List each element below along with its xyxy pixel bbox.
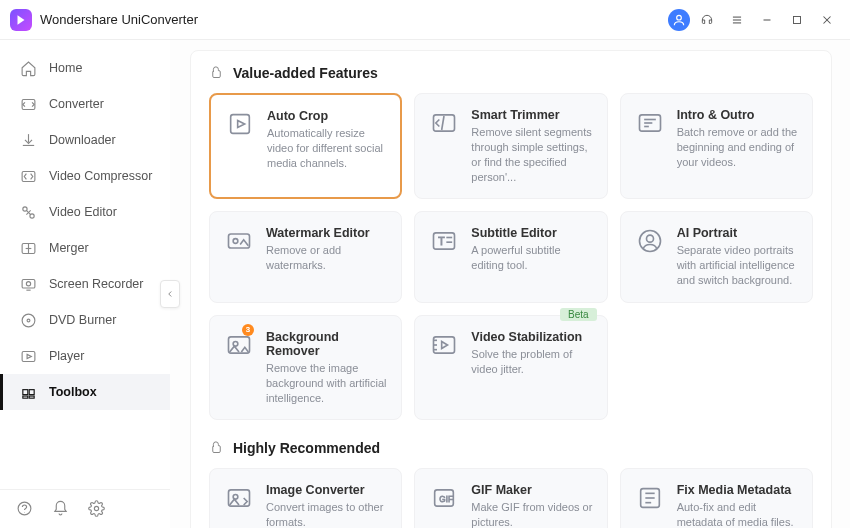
sidebar-item-label: Video Editor: [49, 205, 117, 219]
app-title: Wondershare UniConverter: [40, 12, 198, 27]
editor-icon: [19, 203, 37, 221]
sidebar-item-player[interactable]: Player: [0, 338, 170, 374]
close-button[interactable]: [814, 7, 840, 33]
feature-icon: [635, 483, 665, 513]
home-icon: [19, 59, 37, 77]
feature-card-smart-trimmer[interactable]: Smart TrimmerRemove silent segments thro…: [414, 93, 607, 199]
settings-icon[interactable]: [88, 500, 106, 518]
feature-card-fix-media-metadata[interactable]: Fix Media MetadataAuto-fix and edit meta…: [620, 468, 813, 528]
player-icon: [19, 347, 37, 365]
section-title: Value-added Features: [233, 65, 378, 81]
feature-title: Intro & Outro: [677, 108, 798, 122]
svg-rect-27: [29, 396, 34, 398]
recorder-icon: [19, 275, 37, 293]
feature-description: Remove silent segments through simple se…: [471, 125, 592, 184]
svg-point-0: [677, 15, 682, 20]
compressor-icon: [19, 167, 37, 185]
feature-icon: [635, 108, 665, 138]
svg-text:GIF: GIF: [440, 495, 454, 504]
svg-point-20: [22, 314, 35, 327]
feature-card-intro-outro[interactable]: Intro & OutroBatch remove or add the beg…: [620, 93, 813, 199]
section-title: Highly Recommended: [233, 440, 380, 456]
feature-card-subtitle-editor[interactable]: TSubtitle EditorA powerful subtitle edit…: [414, 211, 607, 303]
feedback-icon[interactable]: [16, 500, 34, 518]
feature-description: Make GIF from videos or pictures.: [471, 500, 592, 528]
converter-icon: [19, 95, 37, 113]
sidebar-item-screen-recorder[interactable]: Screen Recorder: [0, 266, 170, 302]
notification-badge: 3: [242, 324, 254, 336]
svg-point-28: [18, 502, 31, 515]
svg-rect-39: [229, 234, 250, 248]
sidebar-item-video-editor[interactable]: Video Editor: [0, 194, 170, 230]
title-bar: Wondershare UniConverter: [0, 0, 850, 40]
feature-card-background-remover[interactable]: Background RemoverRemove the image backg…: [209, 315, 402, 421]
feature-description: Remove the image background with artific…: [266, 361, 387, 406]
feature-card-ai-portrait[interactable]: AI PortraitSeparate video portraits with…: [620, 211, 813, 303]
sidebar-item-label: Screen Recorder: [49, 277, 144, 291]
notifications-icon[interactable]: [52, 500, 70, 518]
feature-title: Subtitle Editor: [471, 226, 592, 240]
downloader-icon: [19, 131, 37, 149]
app-logo: [10, 9, 32, 31]
sidebar-item-downloader[interactable]: Downloader: [0, 122, 170, 158]
feature-icon: [429, 330, 459, 360]
feature-title: Auto Crop: [267, 109, 386, 123]
sidebar-item-converter[interactable]: Converter: [0, 86, 170, 122]
sidebar-collapse-handle[interactable]: [160, 280, 180, 308]
svg-rect-25: [29, 389, 34, 394]
svg-text:T: T: [438, 235, 445, 247]
section-header: Highly Recommended: [209, 440, 813, 456]
thumb-icon: [209, 440, 225, 456]
support-button[interactable]: [694, 7, 720, 33]
svg-marker-32: [238, 121, 245, 128]
svg-line-34: [442, 116, 444, 130]
feature-card-video-stabilization[interactable]: Video StabilizationSolve the problem of …: [414, 315, 607, 421]
feature-description: Convert images to other formats.: [266, 500, 387, 528]
sidebar-item-dvd-burner[interactable]: DVD Burner: [0, 302, 170, 338]
feature-description: Separate video portraits with artificial…: [677, 243, 798, 288]
feature-icon: GIF: [429, 483, 459, 513]
feature-title: Watermark Editor: [266, 226, 387, 240]
feature-icon: [224, 483, 254, 513]
beta-badge: Beta: [560, 308, 597, 321]
sidebar-item-toolbox[interactable]: Toolbox: [0, 374, 170, 410]
thumb-icon: [209, 65, 225, 81]
svg-rect-5: [794, 16, 801, 23]
feature-description: Solve the problem of video jitter.: [471, 347, 592, 377]
svg-point-46: [646, 236, 653, 243]
menu-button[interactable]: [724, 7, 750, 33]
sidebar-bottom: [0, 489, 170, 528]
sidebar-item-video-compressor[interactable]: Video Compressor: [0, 158, 170, 194]
feature-card-auto-crop[interactable]: Auto CropAutomatically resize video for …: [209, 93, 402, 199]
toolbox-icon: [19, 383, 37, 401]
sidebar-item-label: Toolbox: [49, 385, 97, 399]
minimize-button[interactable]: [754, 7, 780, 33]
account-button[interactable]: [668, 9, 690, 31]
feature-icon: [429, 108, 459, 138]
feature-card-image-converter[interactable]: Image ConverterConvert images to other f…: [209, 468, 402, 528]
sidebar-item-home[interactable]: Home: [0, 50, 170, 86]
svg-point-18: [26, 281, 30, 285]
feature-card-watermark-editor[interactable]: Watermark EditorRemove or add watermarks…: [209, 211, 402, 303]
sidebar-item-label: DVD Burner: [49, 313, 116, 327]
feature-title: Fix Media Metadata: [677, 483, 798, 497]
sidebar-item-label: Merger: [49, 241, 89, 255]
merger-icon: [19, 239, 37, 257]
feature-icon: T: [429, 226, 459, 256]
feature-description: Remove or add watermarks.: [266, 243, 387, 273]
svg-rect-24: [22, 389, 27, 394]
sidebar-item-label: Home: [49, 61, 82, 75]
dvd-icon: [19, 311, 37, 329]
sidebar-item-merger[interactable]: Merger: [0, 230, 170, 266]
section-header: Value-added Features: [209, 65, 813, 81]
svg-point-40: [233, 239, 238, 244]
feature-title: Background Remover: [266, 330, 387, 358]
svg-marker-50: [442, 341, 448, 348]
maximize-button[interactable]: [784, 7, 810, 33]
feature-description: Automatically resize video for different…: [267, 126, 386, 171]
feature-card-gif-maker[interactable]: GIFGIF MakerMake GIF from videos or pict…: [414, 468, 607, 528]
feature-description: Batch remove or add the beginning and en…: [677, 125, 798, 170]
svg-rect-26: [22, 396, 27, 398]
feature-description: A powerful subtitle editing tool.: [471, 243, 592, 273]
card-grid: Image ConverterConvert images to other f…: [209, 468, 813, 528]
